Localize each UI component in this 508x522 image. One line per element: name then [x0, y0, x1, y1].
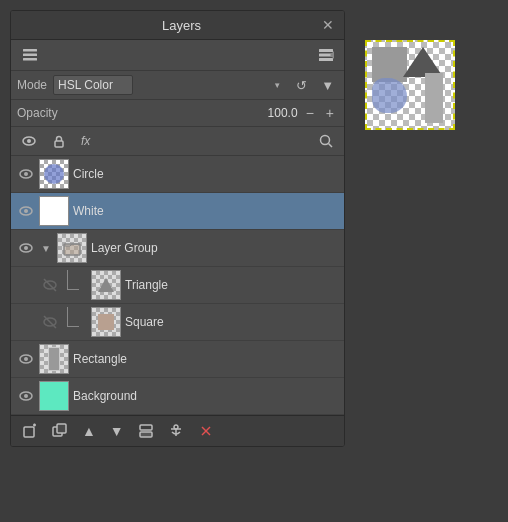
layers-icon	[21, 46, 39, 64]
tree-line-square	[67, 307, 79, 327]
layer-name-square: Square	[125, 315, 338, 329]
icon-btn-row: fx	[11, 127, 344, 156]
layer-name-group: Layer Group	[91, 241, 338, 255]
new-layer-button[interactable]	[17, 420, 43, 442]
eye-open-icon4	[18, 388, 34, 404]
mode-row: Mode HSL Color Normal Multiply Screen ↺ …	[11, 71, 344, 100]
layer-thumb-rect	[39, 344, 69, 374]
layer-visibility-white[interactable]	[17, 202, 35, 220]
svg-rect-32	[140, 425, 152, 430]
preview-bar	[425, 73, 443, 123]
layer-visibility-rectangle[interactable]	[17, 350, 35, 368]
layer-item-white[interactable]: White	[11, 193, 344, 230]
layer-visibility-background[interactable]	[17, 387, 35, 405]
layer-item-rectangle[interactable]: Rectangle	[11, 341, 344, 378]
layer-thumb-square	[91, 307, 121, 337]
move-up-button[interactable]: ▲	[77, 420, 101, 442]
svg-line-11	[329, 144, 333, 148]
panel-menu-icon	[318, 47, 334, 63]
close-button[interactable]: ✕	[322, 17, 334, 33]
layer-name-circle: Circle	[73, 167, 338, 181]
layer-thumb-group	[57, 233, 87, 263]
eye-hidden-icon	[42, 277, 58, 293]
search-button[interactable]	[314, 131, 338, 151]
bottom-toolbar: ▲ ▼	[11, 415, 344, 446]
layer-item-square[interactable]: Square	[11, 304, 344, 341]
svg-rect-5	[319, 58, 333, 61]
layer-visibility-triangle[interactable]	[41, 276, 59, 294]
panel-title: Layers	[41, 18, 322, 33]
fx-button[interactable]: fx	[77, 132, 94, 150]
svg-rect-31	[57, 424, 66, 433]
mode-select[interactable]: HSL Color Normal Multiply Screen	[53, 75, 133, 95]
svg-point-10	[321, 136, 330, 145]
move-down-button[interactable]: ▼	[105, 420, 129, 442]
layer-name-rectangle: Rectangle	[73, 352, 338, 366]
eye-open-icon	[18, 166, 34, 182]
eye-icon	[21, 133, 37, 149]
merge-icon	[138, 423, 154, 439]
delete-icon	[198, 423, 214, 439]
panel-titlebar: Layers ✕	[11, 11, 344, 40]
mode-reset-button[interactable]: ↺	[292, 76, 311, 95]
svg-rect-27	[24, 427, 34, 437]
layer-name-white: White	[73, 204, 338, 218]
collapse-arrow-group[interactable]: ▼	[39, 243, 53, 254]
svg-point-24	[24, 357, 28, 361]
layer-item-background[interactable]: Background	[11, 378, 344, 415]
anchor-icon	[168, 423, 184, 439]
merge-button[interactable]	[133, 420, 159, 442]
layer-name-triangle: Triangle	[125, 278, 338, 292]
svg-rect-0	[23, 49, 37, 52]
preview-square	[372, 47, 407, 82]
layer-visibility-circle[interactable]	[17, 165, 35, 183]
opacity-minus-button[interactable]: −	[302, 103, 318, 123]
eye-open-icon	[18, 240, 34, 256]
preview-blob	[372, 78, 407, 113]
anchor-button[interactable]	[163, 420, 189, 442]
svg-point-17	[24, 246, 28, 250]
opacity-value: 100.0	[263, 106, 298, 120]
layer-thumb-triangle	[91, 270, 121, 300]
layer-thumb-circle	[39, 159, 69, 189]
layers-list: Circle White ▼	[11, 156, 344, 415]
search-icon	[318, 133, 334, 149]
svg-point-8	[27, 139, 31, 143]
svg-rect-3	[319, 49, 333, 52]
panel-menu-button[interactable]	[314, 45, 338, 65]
layer-item-circle[interactable]: Circle	[11, 156, 344, 193]
layer-name-background: Background	[73, 389, 338, 403]
mode-options-button[interactable]: ▼	[317, 76, 338, 95]
delete-layer-button[interactable]	[193, 420, 219, 442]
svg-marker-6	[330, 51, 334, 59]
layer-item-triangle[interactable]: Triangle	[11, 267, 344, 304]
duplicate-icon	[52, 423, 68, 439]
layers-panel: Layers ✕ Mode HSL Color Norm	[10, 10, 345, 447]
layer-thumb-background	[39, 381, 69, 411]
svg-rect-2	[23, 58, 37, 61]
layer-item-group[interactable]: ▼ Layer Group	[11, 230, 344, 267]
layer-visibility-square[interactable]	[41, 313, 59, 331]
eye-open-icon3	[18, 351, 34, 367]
lock-button[interactable]	[47, 131, 71, 151]
new-layer-icon	[22, 423, 38, 439]
duplicate-layer-button[interactable]	[47, 420, 73, 442]
visibility-toggle-button[interactable]	[17, 131, 41, 151]
group-folder-icon	[63, 239, 81, 257]
svg-rect-9	[55, 141, 63, 147]
toolbar-row-1	[11, 40, 344, 71]
layer-thumb-white	[39, 196, 69, 226]
lock-icon	[51, 133, 67, 149]
layers-menu-button[interactable]	[17, 44, 43, 66]
opacity-row: Opacity 100.0 − +	[11, 100, 344, 127]
svg-rect-33	[140, 432, 152, 437]
tree-line-triangle	[67, 270, 79, 290]
opacity-label: Opacity	[17, 106, 259, 120]
eye-hidden-icon2	[42, 314, 58, 330]
layer-visibility-group[interactable]	[17, 239, 35, 257]
opacity-plus-button[interactable]: +	[322, 103, 338, 123]
svg-point-15	[24, 209, 28, 213]
mode-select-wrap: HSL Color Normal Multiply Screen	[53, 75, 286, 95]
svg-rect-1	[23, 54, 37, 57]
group-indent-triangle	[63, 270, 83, 300]
